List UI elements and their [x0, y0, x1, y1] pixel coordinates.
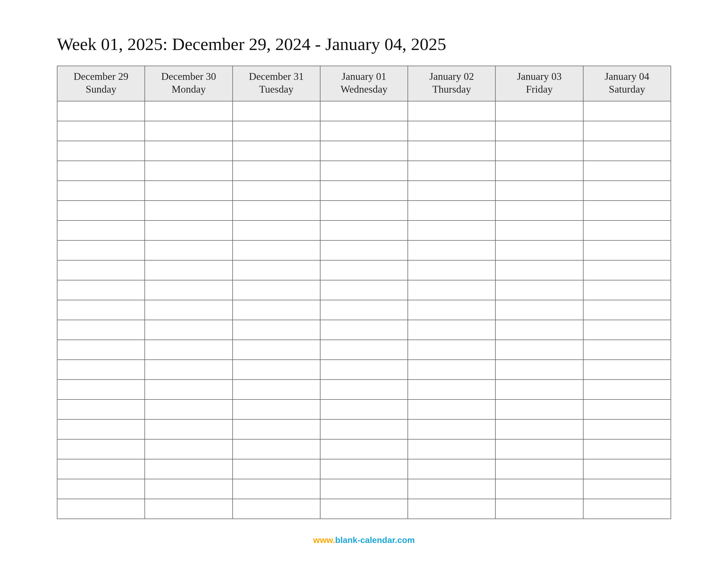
- calendar-cell[interactable]: [233, 499, 320, 519]
- calendar-cell[interactable]: [495, 459, 583, 479]
- calendar-cell[interactable]: [57, 379, 145, 399]
- calendar-cell[interactable]: [583, 499, 671, 519]
- calendar-cell[interactable]: [57, 121, 145, 141]
- calendar-cell[interactable]: [233, 280, 320, 300]
- calendar-cell[interactable]: [495, 360, 583, 379]
- calendar-cell[interactable]: [233, 101, 320, 121]
- calendar-cell[interactable]: [583, 459, 671, 479]
- calendar-cell[interactable]: [233, 181, 320, 201]
- calendar-cell[interactable]: [145, 499, 232, 519]
- calendar-cell[interactable]: [408, 399, 495, 419]
- calendar-cell[interactable]: [57, 101, 145, 121]
- calendar-cell[interactable]: [57, 161, 145, 181]
- calendar-cell[interactable]: [145, 439, 232, 459]
- calendar-cell[interactable]: [495, 320, 583, 340]
- calendar-cell[interactable]: [583, 419, 671, 439]
- calendar-cell[interactable]: [320, 360, 408, 379]
- calendar-cell[interactable]: [233, 419, 320, 439]
- calendar-cell[interactable]: [233, 439, 320, 459]
- calendar-cell[interactable]: [57, 181, 145, 201]
- calendar-cell[interactable]: [495, 181, 583, 201]
- calendar-cell[interactable]: [408, 161, 495, 181]
- calendar-cell[interactable]: [233, 241, 320, 260]
- calendar-cell[interactable]: [408, 141, 495, 161]
- calendar-cell[interactable]: [408, 101, 495, 121]
- calendar-cell[interactable]: [57, 479, 145, 499]
- calendar-cell[interactable]: [57, 320, 145, 340]
- calendar-cell[interactable]: [583, 241, 671, 260]
- calendar-cell[interactable]: [57, 300, 145, 320]
- calendar-cell[interactable]: [583, 320, 671, 340]
- calendar-cell[interactable]: [57, 419, 145, 439]
- calendar-cell[interactable]: [495, 141, 583, 161]
- calendar-cell[interactable]: [320, 161, 408, 181]
- calendar-cell[interactable]: [583, 360, 671, 379]
- calendar-cell[interactable]: [57, 340, 145, 360]
- calendar-cell[interactable]: [233, 379, 320, 399]
- calendar-cell[interactable]: [583, 439, 671, 459]
- calendar-cell[interactable]: [233, 201, 320, 221]
- calendar-cell[interactable]: [320, 399, 408, 419]
- calendar-cell[interactable]: [583, 300, 671, 320]
- calendar-cell[interactable]: [145, 459, 232, 479]
- calendar-cell[interactable]: [320, 141, 408, 161]
- calendar-cell[interactable]: [320, 221, 408, 241]
- calendar-cell[interactable]: [495, 201, 583, 221]
- calendar-cell[interactable]: [320, 181, 408, 201]
- calendar-cell[interactable]: [495, 379, 583, 399]
- footer-link[interactable]: www.blank-calendar.com: [0, 535, 728, 545]
- calendar-cell[interactable]: [583, 141, 671, 161]
- calendar-cell[interactable]: [320, 201, 408, 221]
- calendar-cell[interactable]: [57, 221, 145, 241]
- calendar-cell[interactable]: [408, 499, 495, 519]
- calendar-cell[interactable]: [408, 221, 495, 241]
- calendar-cell[interactable]: [408, 419, 495, 439]
- calendar-cell[interactable]: [320, 340, 408, 360]
- calendar-cell[interactable]: [408, 459, 495, 479]
- calendar-cell[interactable]: [233, 121, 320, 141]
- calendar-cell[interactable]: [145, 260, 232, 280]
- calendar-cell[interactable]: [583, 101, 671, 121]
- calendar-cell[interactable]: [583, 121, 671, 141]
- calendar-cell[interactable]: [320, 459, 408, 479]
- calendar-cell[interactable]: [57, 260, 145, 280]
- calendar-cell[interactable]: [320, 499, 408, 519]
- calendar-cell[interactable]: [57, 499, 145, 519]
- calendar-cell[interactable]: [233, 399, 320, 419]
- calendar-cell[interactable]: [495, 260, 583, 280]
- calendar-cell[interactable]: [145, 300, 232, 320]
- calendar-cell[interactable]: [495, 221, 583, 241]
- calendar-cell[interactable]: [320, 419, 408, 439]
- calendar-cell[interactable]: [320, 260, 408, 280]
- calendar-cell[interactable]: [320, 280, 408, 300]
- calendar-cell[interactable]: [583, 399, 671, 419]
- calendar-cell[interactable]: [408, 121, 495, 141]
- calendar-cell[interactable]: [233, 260, 320, 280]
- calendar-cell[interactable]: [583, 221, 671, 241]
- calendar-cell[interactable]: [57, 141, 145, 161]
- calendar-cell[interactable]: [233, 459, 320, 479]
- calendar-cell[interactable]: [408, 479, 495, 499]
- calendar-cell[interactable]: [57, 201, 145, 221]
- calendar-cell[interactable]: [320, 439, 408, 459]
- calendar-cell[interactable]: [145, 399, 232, 419]
- calendar-cell[interactable]: [145, 101, 232, 121]
- calendar-cell[interactable]: [583, 181, 671, 201]
- calendar-cell[interactable]: [495, 101, 583, 121]
- calendar-cell[interactable]: [145, 479, 232, 499]
- calendar-cell[interactable]: [57, 439, 145, 459]
- calendar-cell[interactable]: [145, 360, 232, 379]
- calendar-cell[interactable]: [408, 340, 495, 360]
- calendar-cell[interactable]: [320, 241, 408, 260]
- calendar-cell[interactable]: [145, 121, 232, 141]
- calendar-cell[interactable]: [145, 379, 232, 399]
- calendar-cell[interactable]: [583, 280, 671, 300]
- calendar-cell[interactable]: [583, 379, 671, 399]
- calendar-cell[interactable]: [57, 241, 145, 260]
- calendar-cell[interactable]: [145, 340, 232, 360]
- calendar-cell[interactable]: [233, 221, 320, 241]
- calendar-cell[interactable]: [495, 300, 583, 320]
- calendar-cell[interactable]: [408, 280, 495, 300]
- calendar-cell[interactable]: [495, 161, 583, 181]
- calendar-cell[interactable]: [320, 300, 408, 320]
